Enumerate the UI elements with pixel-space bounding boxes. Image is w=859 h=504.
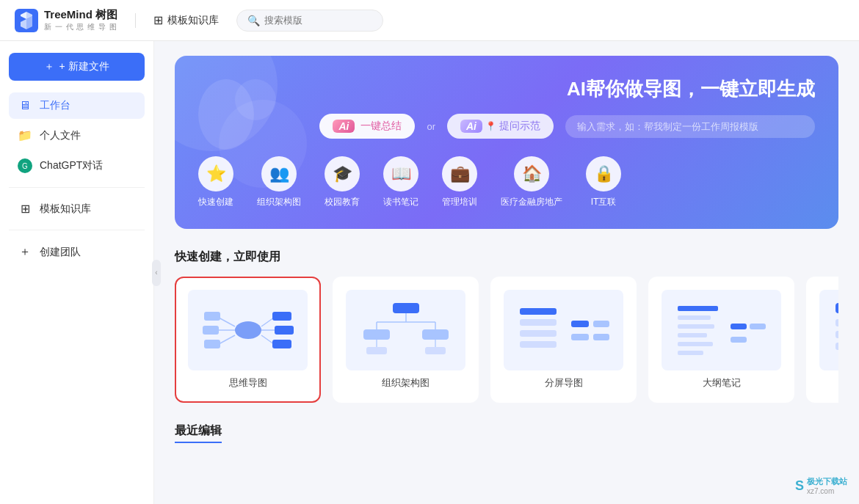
svg-rect-47 xyxy=(836,331,839,338)
quick-cards: 思维导图 xyxy=(175,277,838,403)
svg-rect-39 xyxy=(678,333,707,337)
card-split-preview xyxy=(504,290,623,370)
category-quick[interactable]: ⭐ 快速创建 xyxy=(198,156,233,208)
category-it[interactable]: 🔒 IT互联 xyxy=(586,156,621,208)
category-mgmt-icon: 💼 xyxy=(442,156,477,191)
nav-template-label: 模板知识库 xyxy=(167,14,219,27)
folder-icon: 📁 xyxy=(18,128,32,142)
top-nav: TreeMind 树图 新 一 代 思 维 导 图 ⊞ 模板知识库 🔍 xyxy=(0,0,859,41)
svg-rect-7 xyxy=(203,326,219,335)
category-it-label: IT互联 xyxy=(591,196,617,208)
svg-line-8 xyxy=(219,335,235,344)
category-finance[interactable]: 🏠 医疗金融房地产 xyxy=(501,156,562,208)
sidebar-separator-1 xyxy=(9,187,145,188)
grid-icon: ⊞ xyxy=(153,13,163,27)
new-file-label: + 新建文件 xyxy=(59,60,109,73)
svg-rect-36 xyxy=(678,306,718,311)
main-layout: ＋ + 新建文件 🖥 工作台 📁 个人文件 G ChatGPT对话 ⊞ 模板知识… xyxy=(0,41,859,504)
svg-rect-33 xyxy=(593,321,609,327)
card-org[interactable]: 组织架构图 xyxy=(333,277,479,403)
logo-icon xyxy=(15,9,38,32)
category-notes[interactable]: 📖 读书笔记 xyxy=(383,156,418,208)
category-notes-icon: 📖 xyxy=(383,156,418,191)
svg-rect-25 xyxy=(366,347,387,354)
watermark-logo: 极光下载站 xyxy=(807,476,847,487)
category-org-icon: 👥 xyxy=(261,156,297,191)
category-org-label: 组织架构图 xyxy=(257,196,301,208)
search-input[interactable] xyxy=(264,15,374,26)
category-edu-label: 校园教育 xyxy=(325,196,360,208)
svg-rect-16 xyxy=(393,303,419,313)
svg-rect-48 xyxy=(836,343,839,350)
svg-rect-38 xyxy=(678,324,714,329)
quick-create-title: 快速创建，立即使用 xyxy=(175,249,838,265)
or-separator: or xyxy=(427,121,435,132)
svg-rect-45 xyxy=(836,303,839,313)
category-finance-icon: 🏠 xyxy=(514,156,549,191)
sidebar-item-personal[interactable]: 📁 个人文件 xyxy=(9,122,145,149)
svg-rect-11 xyxy=(272,312,291,321)
prompt-icon: 📍 xyxy=(485,121,496,131)
category-org[interactable]: 👥 组织架构图 xyxy=(257,156,301,208)
plus-icon: ＋ xyxy=(44,60,54,73)
card-outline-label: 大纲笔记 xyxy=(703,376,741,390)
banner-input[interactable] xyxy=(565,115,815,138)
card-logic-preview xyxy=(819,290,838,370)
sidebar-item-chatgpt[interactable]: G ChatGPT对话 xyxy=(9,152,145,180)
svg-rect-41 xyxy=(678,351,703,355)
svg-rect-35 xyxy=(593,334,609,340)
svg-rect-13 xyxy=(275,326,294,335)
card-logic[interactable]: 逻辑 xyxy=(806,277,838,403)
category-it-icon: 🔒 xyxy=(586,156,621,191)
svg-rect-23 xyxy=(422,329,449,340)
chatgpt-icon: G xyxy=(18,158,32,173)
category-mgmt[interactable]: 💼 管理培训 xyxy=(442,156,477,208)
svg-point-3 xyxy=(235,321,261,339)
svg-rect-31 xyxy=(520,341,557,348)
card-split[interactable]: 分屏导图 xyxy=(490,277,637,403)
ai-badge-prompt: Ai xyxy=(460,120,482,133)
sidebar-item-workspace[interactable]: 🖥 工作台 xyxy=(9,92,145,119)
nav-divider xyxy=(135,13,136,28)
svg-rect-37 xyxy=(678,315,711,320)
ai-summary-button[interactable]: Ai 一键总结 xyxy=(319,114,415,139)
svg-rect-29 xyxy=(520,319,557,326)
svg-rect-30 xyxy=(520,330,557,337)
search-bar[interactable]: 🔍 xyxy=(236,10,383,32)
watermark-url: xz7.com xyxy=(807,487,847,495)
team-icon: ＋ xyxy=(18,244,32,260)
svg-line-4 xyxy=(219,318,235,326)
card-outline[interactable]: 大纲笔记 xyxy=(648,277,794,403)
new-file-button[interactable]: ＋ + 新建文件 xyxy=(9,53,145,81)
category-edu-icon: 🎓 xyxy=(325,156,360,191)
nav-template-btn[interactable]: ⊞ 模板知识库 xyxy=(153,13,219,27)
sidebar-item-team[interactable]: ＋ 创建团队 xyxy=(9,238,145,266)
banner-actions: Ai 一键总结 or Ai 📍 提问示范 xyxy=(198,114,815,139)
banner: AI帮你做导图，一键立即生成 Ai 一键总结 or Ai 📍 提问示范 xyxy=(175,56,838,229)
svg-rect-46 xyxy=(836,319,839,326)
templates-icon: ⊞ xyxy=(18,202,32,216)
svg-rect-34 xyxy=(571,334,589,340)
category-mgmt-label: 管理培训 xyxy=(442,196,477,208)
sidebar-separator-2 xyxy=(9,230,145,230)
card-mindmap[interactable]: 思维导图 xyxy=(175,277,321,403)
search-icon: 🔍 xyxy=(247,15,260,26)
sidebar-personal-label: 个人文件 xyxy=(40,129,81,142)
sidebar: ＋ + 新建文件 🖥 工作台 📁 个人文件 G ChatGPT对话 ⊞ 模板知识… xyxy=(0,41,154,504)
card-org-preview xyxy=(346,290,465,370)
recent-section-title: 最近编辑 xyxy=(175,423,222,443)
svg-rect-27 xyxy=(425,347,446,354)
svg-rect-22 xyxy=(363,329,390,340)
sidebar-item-templates[interactable]: ⊞ 模板知识库 xyxy=(9,195,145,222)
card-outline-preview xyxy=(662,290,781,370)
ai-prompt-button[interactable]: Ai 📍 提问示范 xyxy=(447,114,554,139)
workspace-icon: 🖥 xyxy=(18,99,32,112)
prompt-label: 提问示范 xyxy=(499,120,540,133)
svg-rect-42 xyxy=(731,324,747,329)
card-mindmap-preview xyxy=(188,290,308,370)
card-org-label: 组织架构图 xyxy=(382,376,429,390)
watermark: S 极光下载站 xz7.com xyxy=(795,476,847,495)
category-edu[interactable]: 🎓 校园教育 xyxy=(325,156,360,208)
svg-rect-28 xyxy=(520,308,557,315)
svg-rect-9 xyxy=(204,340,220,348)
